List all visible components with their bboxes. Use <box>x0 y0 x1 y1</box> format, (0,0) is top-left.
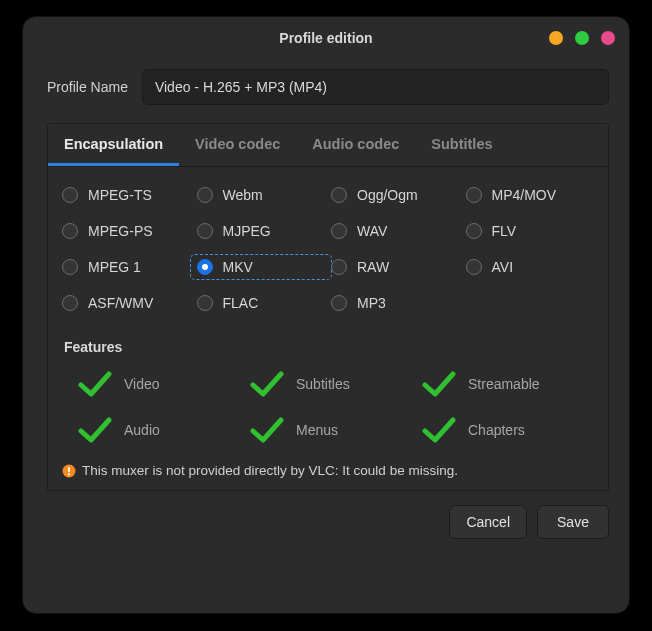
radio-label: ASF/WMV <box>88 295 153 311</box>
format-radio-group: MPEG-TS Webm Ogg/Ogm MP4/MOV MPEG-PS MJP… <box>62 187 594 311</box>
radio-wav[interactable]: WAV <box>331 223 460 239</box>
radio-dot-icon <box>62 223 78 239</box>
radio-mpeg-ps[interactable]: MPEG-PS <box>62 223 191 239</box>
features-heading: Features <box>64 339 594 355</box>
radio-flac[interactable]: FLAC <box>197 295 326 311</box>
profile-name-row: Profile Name <box>47 69 609 105</box>
feature-menus: Menus <box>250 415 422 445</box>
tab-subtitles[interactable]: Subtitles <box>415 124 508 166</box>
radio-label: Webm <box>223 187 263 203</box>
radio-mpeg-ts[interactable]: MPEG-TS <box>62 187 191 203</box>
radio-raw[interactable]: RAW <box>331 259 460 275</box>
radio-dot-icon <box>197 259 213 275</box>
check-icon <box>422 369 456 399</box>
tabs-container: Encapsulation Video codec Audio codec Su… <box>47 123 609 491</box>
radio-label: MKV <box>223 259 253 275</box>
feature-audio: Audio <box>78 415 250 445</box>
radio-dot-icon <box>466 223 482 239</box>
warning-icon <box>62 464 76 478</box>
feature-video: Video <box>78 369 250 399</box>
dialog-buttons: Cancel Save <box>47 505 609 539</box>
tab-encapsulation[interactable]: Encapsulation <box>48 124 179 166</box>
radio-label: MPEG 1 <box>88 259 141 275</box>
feature-label: Chapters <box>468 422 525 438</box>
check-icon <box>250 415 284 445</box>
radio-mjpeg[interactable]: MJPEG <box>197 223 326 239</box>
radio-mp4[interactable]: MP4/MOV <box>466 187 595 203</box>
encapsulation-panel: MPEG-TS Webm Ogg/Ogm MP4/MOV MPEG-PS MJP… <box>48 167 608 490</box>
cancel-button[interactable]: Cancel <box>449 505 527 539</box>
feature-label: Audio <box>124 422 160 438</box>
radio-label: FLV <box>492 223 517 239</box>
features-grid: Video Subtitles Streamable Audio <box>78 369 594 445</box>
radio-dot-icon <box>197 187 213 203</box>
warning-text: This muxer is not provided directly by V… <box>82 463 458 478</box>
radio-label: MJPEG <box>223 223 271 239</box>
radio-asf[interactable]: ASF/WMV <box>62 295 191 311</box>
radio-label: RAW <box>357 259 389 275</box>
close-button[interactable] <box>601 31 615 45</box>
radio-dot-icon <box>197 295 213 311</box>
radio-dot-icon <box>331 259 347 275</box>
check-icon <box>422 415 456 445</box>
maximize-button[interactable] <box>575 31 589 45</box>
tab-audio-codec[interactable]: Audio codec <box>296 124 415 166</box>
radio-label: MP4/MOV <box>492 187 557 203</box>
feature-label: Subtitles <box>296 376 350 392</box>
feature-label: Menus <box>296 422 338 438</box>
svg-rect-1 <box>68 467 70 472</box>
tab-video-codec[interactable]: Video codec <box>179 124 296 166</box>
radio-mkv[interactable]: MKV <box>193 257 330 277</box>
radio-mp3[interactable]: MP3 <box>331 295 460 311</box>
tabs: Encapsulation Video codec Audio codec Su… <box>48 124 608 167</box>
profile-name-label: Profile Name <box>47 79 128 95</box>
check-icon <box>78 369 112 399</box>
radio-label: WAV <box>357 223 387 239</box>
radio-label: AVI <box>492 259 514 275</box>
profile-name-input[interactable] <box>142 69 609 105</box>
radio-dot-icon <box>62 259 78 275</box>
profile-edition-dialog: Profile edition Profile Name Encapsulati… <box>22 16 630 614</box>
radio-dot-icon <box>62 295 78 311</box>
radio-webm[interactable]: Webm <box>197 187 326 203</box>
check-icon <box>250 369 284 399</box>
feature-label: Streamable <box>468 376 540 392</box>
radio-dot-icon <box>62 187 78 203</box>
radio-dot-icon <box>331 187 347 203</box>
radio-label: MP3 <box>357 295 386 311</box>
radio-mpeg1[interactable]: MPEG 1 <box>62 259 191 275</box>
radio-flv[interactable]: FLV <box>466 223 595 239</box>
radio-dot-icon <box>197 223 213 239</box>
feature-label: Video <box>124 376 160 392</box>
radio-avi[interactable]: AVI <box>466 259 595 275</box>
radio-ogg[interactable]: Ogg/Ogm <box>331 187 460 203</box>
radio-dot-icon <box>331 223 347 239</box>
window-title: Profile edition <box>279 30 372 46</box>
radio-dot-icon <box>466 259 482 275</box>
radio-label: MPEG-PS <box>88 223 153 239</box>
radio-dot-icon <box>466 187 482 203</box>
titlebar: Profile edition <box>23 17 629 59</box>
muxer-warning: This muxer is not provided directly by V… <box>62 463 594 478</box>
save-button[interactable]: Save <box>537 505 609 539</box>
feature-streamable: Streamable <box>422 369 594 399</box>
radio-dot-icon <box>331 295 347 311</box>
radio-label: FLAC <box>223 295 259 311</box>
svg-point-2 <box>68 473 70 475</box>
check-icon <box>78 415 112 445</box>
radio-label: Ogg/Ogm <box>357 187 418 203</box>
radio-label: MPEG-TS <box>88 187 152 203</box>
feature-chapters: Chapters <box>422 415 594 445</box>
minimize-button[interactable] <box>549 31 563 45</box>
window-controls <box>549 17 615 59</box>
feature-subtitles: Subtitles <box>250 369 422 399</box>
